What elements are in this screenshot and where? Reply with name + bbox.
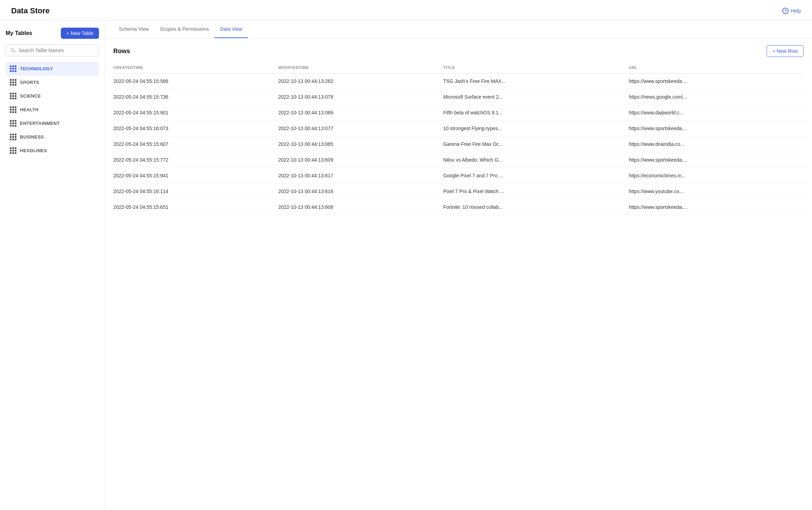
grid-icon <box>10 79 16 86</box>
cell-url: https://news.google.com/... <box>629 89 804 105</box>
table-item-label: TECHNOLOGY <box>20 66 53 71</box>
table-row[interactable]: 2022-05-24 04:55:15:7362022-10-13 00:44:… <box>113 89 804 105</box>
cell-title: TSG Jash's Free Fire MAX... <box>443 73 629 89</box>
table-row[interactable]: 2022-05-24 04:55:15:5662022-10-13 00:44:… <box>113 73 804 89</box>
tabs-bar: Schema ViewScopes & PermissionsData View <box>105 21 812 38</box>
cell-createdtime: 2022-05-24 04:55:15:736 <box>113 89 278 105</box>
cell-modifiedtime: 2022-10-13 00:44:13:078 <box>278 89 443 105</box>
cell-url: https://www.daijiworld.c... <box>629 105 804 121</box>
sidebar-item-science[interactable]: SCIENCE <box>6 89 99 103</box>
table-row[interactable]: 2022-05-24 04:55:15:9412022-10-13 00:44:… <box>113 168 804 184</box>
tab-schema-view[interactable]: Schema View <box>113 21 154 38</box>
help-link[interactable]: ? Help <box>782 8 801 14</box>
cell-modifiedtime: 2022-10-13 00:44:13:606 <box>278 199 443 215</box>
grid-icon <box>10 120 16 127</box>
grid-icon <box>10 93 16 99</box>
tab-scopes--permissions[interactable]: Scopes & Permissions <box>154 21 214 38</box>
cell-createdtime: 2022-05-24 04:55:16:073 <box>113 121 278 136</box>
sidebar-item-health[interactable]: HEALTH <box>6 103 99 116</box>
tab-data-view[interactable]: Data View <box>214 21 248 38</box>
sidebar-item-technology[interactable]: TECHNOLOGY <box>6 62 99 76</box>
cell-createdtime: 2022-05-24 04:55:15:901 <box>113 105 278 121</box>
table-item-label: HEADLINES <box>20 148 47 153</box>
cell-createdtime: 2022-05-24 04:55:15:772 <box>113 152 278 168</box>
data-table: CREATEDTIMEMODIFIEDTIMEtitleurl2022-05-2… <box>113 63 804 215</box>
cell-url: https://www.dnaindia.co... <box>629 136 804 152</box>
table-row[interactable]: 2022-05-24 04:55:16:1142022-10-13 00:44:… <box>113 184 804 199</box>
cell-title: 10 strongest Flying-types... <box>443 121 629 136</box>
cell-modifiedtime: 2022-10-13 00:44:13:617 <box>278 168 443 184</box>
cell-url: https://www.sportskeeda.... <box>629 73 804 89</box>
table-item-label: BUSINESS <box>20 134 44 140</box>
sidebar-item-business[interactable]: BUSINESS <box>6 130 99 144</box>
table-row[interactable]: 2022-05-24 04:55:15:6512022-10-13 00:44:… <box>113 199 804 215</box>
cell-title: Google Pixel 7 and 7 Pro ... <box>443 168 629 184</box>
cell-url: https://www.sportskeeda.... <box>629 152 804 168</box>
cell-createdtime: 2022-05-24 04:55:15:607 <box>113 136 278 152</box>
new-row-button[interactable]: + New Row <box>767 45 804 57</box>
rows-header: Rows + New Row <box>113 45 804 57</box>
cell-title: Microsoft Surface event 2... <box>443 89 629 105</box>
cell-createdtime: 2022-05-24 04:55:15:566 <box>113 73 278 89</box>
table-item-label: SPORTS <box>20 80 39 85</box>
grid-icon <box>10 65 16 72</box>
content-area: Schema ViewScopes & PermissionsData View… <box>105 21 812 508</box>
sidebar-item-headlines[interactable]: HEADLINES <box>6 144 99 157</box>
table-item-label: ENTERTAINMENT <box>20 121 60 126</box>
main-layout: My Tables + New Table TECHNOLOGYSPORTSSC… <box>0 21 812 508</box>
table-item-label: HEALTH <box>20 107 38 112</box>
sidebar-item-entertainment[interactable]: ENTERTAINMENT <box>6 116 99 130</box>
svg-line-1 <box>14 51 15 53</box>
help-label: Help <box>791 8 801 14</box>
cell-modifiedtime: 2022-10-13 00:44:13:616 <box>278 184 443 199</box>
search-input[interactable] <box>19 48 94 53</box>
grid-icon <box>10 106 16 113</box>
col-header-MODIFIEDTIME: MODIFIEDTIME <box>278 63 443 73</box>
cell-createdtime: 2022-05-24 04:55:15:941 <box>113 168 278 184</box>
cell-modifiedtime: 2022-10-13 00:44:13:077 <box>278 121 443 136</box>
cell-title: Nilou vs Albedo: Which G... <box>443 152 629 168</box>
cell-url: https://www.youtube.co... <box>629 184 804 199</box>
sidebar-title: My Tables <box>6 30 32 36</box>
top-header: Data Store ? Help <box>0 0 812 21</box>
grid-icon <box>10 147 16 154</box>
table-item-label: SCIENCE <box>20 93 41 99</box>
cell-modifiedtime: 2022-10-13 00:44:13:282 <box>278 73 443 89</box>
grid-icon <box>10 134 16 140</box>
col-header-url: url <box>629 63 804 73</box>
cell-createdtime: 2022-05-24 04:55:16:114 <box>113 184 278 199</box>
cell-modifiedtime: 2022-10-13 00:44:13:609 <box>278 152 443 168</box>
rows-area: Rows + New Row CREATEDTIMEMODIFIEDTIMEti… <box>105 38 812 508</box>
cell-url: https://economictimes.in... <box>629 168 804 184</box>
cell-modifiedtime: 2022-10-13 00:44:13:085 <box>278 136 443 152</box>
help-icon: ? <box>782 8 789 14</box>
col-header-CREATEDTIME: CREATEDTIME <box>113 63 278 73</box>
new-table-button[interactable]: + New Table <box>61 28 99 39</box>
sidebar-item-sports[interactable]: SPORTS <box>6 76 99 89</box>
search-icon <box>10 48 16 53</box>
table-list: TECHNOLOGYSPORTSSCIENCEHEALTHENTERTAINME… <box>6 62 99 157</box>
table-row[interactable]: 2022-05-24 04:55:15:7722022-10-13 00:44:… <box>113 152 804 168</box>
table-row[interactable]: 2022-05-24 04:55:15:6072022-10-13 00:44:… <box>113 136 804 152</box>
cell-url: https://www.sportskeeda.... <box>629 121 804 136</box>
cell-url: https://www.sportskeeda.... <box>629 199 804 215</box>
search-box <box>6 44 99 56</box>
sidebar-header: My Tables + New Table <box>6 28 99 39</box>
cell-title: Pixel 7 Pro & Pixel Watch ... <box>443 184 629 199</box>
col-header-title: title <box>443 63 629 73</box>
cell-modifiedtime: 2022-10-13 00:44:13:089 <box>278 105 443 121</box>
app-title: Data Store <box>11 6 50 15</box>
cell-title: Garena Free Fire Max Oc... <box>443 136 629 152</box>
rows-title: Rows <box>113 48 130 55</box>
sidebar: My Tables + New Table TECHNOLOGYSPORTSSC… <box>0 21 105 508</box>
cell-createdtime: 2022-05-24 04:55:15:651 <box>113 199 278 215</box>
table-row[interactable]: 2022-05-24 04:55:15:9012022-10-13 00:44:… <box>113 105 804 121</box>
table-row[interactable]: 2022-05-24 04:55:16:0732022-10-13 00:44:… <box>113 121 804 136</box>
cell-title: Fortnite: 10 missed collab... <box>443 199 629 215</box>
cell-title: Fifth beta of watchOS 9.1... <box>443 105 629 121</box>
